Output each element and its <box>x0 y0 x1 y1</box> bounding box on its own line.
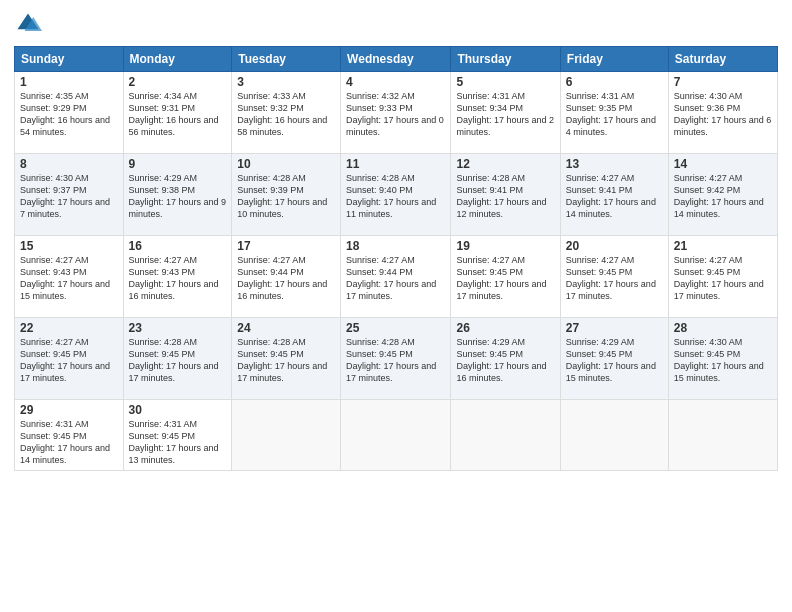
day-number: 6 <box>566 75 663 89</box>
calendar-week-row: 22 Sunrise: 4:27 AMSunset: 9:45 PMDaylig… <box>15 318 778 400</box>
day-number: 18 <box>346 239 445 253</box>
day-detail: Sunrise: 4:28 AMSunset: 9:39 PMDaylight:… <box>237 173 327 219</box>
day-number: 24 <box>237 321 335 335</box>
calendar-cell <box>341 400 451 471</box>
calendar-cell <box>560 400 668 471</box>
calendar-cell: 6 Sunrise: 4:31 AMSunset: 9:35 PMDayligh… <box>560 72 668 154</box>
day-number: 29 <box>20 403 118 417</box>
day-detail: Sunrise: 4:29 AMSunset: 9:45 PMDaylight:… <box>566 337 656 383</box>
calendar-week-row: 1 Sunrise: 4:35 AMSunset: 9:29 PMDayligh… <box>15 72 778 154</box>
day-header-friday: Friday <box>560 47 668 72</box>
calendar-cell: 21 Sunrise: 4:27 AMSunset: 9:45 PMDaylig… <box>668 236 777 318</box>
day-detail: Sunrise: 4:29 AMSunset: 9:38 PMDaylight:… <box>129 173 227 219</box>
calendar-cell: 12 Sunrise: 4:28 AMSunset: 9:41 PMDaylig… <box>451 154 560 236</box>
day-detail: Sunrise: 4:28 AMSunset: 9:45 PMDaylight:… <box>129 337 219 383</box>
day-detail: Sunrise: 4:30 AMSunset: 9:36 PMDaylight:… <box>674 91 772 137</box>
day-detail: Sunrise: 4:30 AMSunset: 9:45 PMDaylight:… <box>674 337 764 383</box>
day-number: 27 <box>566 321 663 335</box>
day-header-saturday: Saturday <box>668 47 777 72</box>
day-detail: Sunrise: 4:27 AMSunset: 9:41 PMDaylight:… <box>566 173 656 219</box>
calendar-cell: 18 Sunrise: 4:27 AMSunset: 9:44 PMDaylig… <box>341 236 451 318</box>
logo-icon <box>14 10 42 38</box>
day-number: 26 <box>456 321 554 335</box>
day-detail: Sunrise: 4:28 AMSunset: 9:45 PMDaylight:… <box>237 337 327 383</box>
logo <box>14 10 46 38</box>
day-number: 14 <box>674 157 772 171</box>
calendar-cell: 24 Sunrise: 4:28 AMSunset: 9:45 PMDaylig… <box>232 318 341 400</box>
day-detail: Sunrise: 4:27 AMSunset: 9:44 PMDaylight:… <box>346 255 436 301</box>
calendar-cell: 9 Sunrise: 4:29 AMSunset: 9:38 PMDayligh… <box>123 154 232 236</box>
calendar-cell: 20 Sunrise: 4:27 AMSunset: 9:45 PMDaylig… <box>560 236 668 318</box>
day-header-wednesday: Wednesday <box>341 47 451 72</box>
calendar-cell <box>668 400 777 471</box>
day-detail: Sunrise: 4:29 AMSunset: 9:45 PMDaylight:… <box>456 337 546 383</box>
calendar-cell: 30 Sunrise: 4:31 AMSunset: 9:45 PMDaylig… <box>123 400 232 471</box>
calendar-cell: 29 Sunrise: 4:31 AMSunset: 9:45 PMDaylig… <box>15 400 124 471</box>
day-number: 12 <box>456 157 554 171</box>
calendar-cell: 8 Sunrise: 4:30 AMSunset: 9:37 PMDayligh… <box>15 154 124 236</box>
day-number: 16 <box>129 239 227 253</box>
day-detail: Sunrise: 4:27 AMSunset: 9:44 PMDaylight:… <box>237 255 327 301</box>
day-number: 28 <box>674 321 772 335</box>
day-detail: Sunrise: 4:33 AMSunset: 9:32 PMDaylight:… <box>237 91 327 137</box>
day-number: 19 <box>456 239 554 253</box>
calendar-cell: 7 Sunrise: 4:30 AMSunset: 9:36 PMDayligh… <box>668 72 777 154</box>
calendar-cell: 26 Sunrise: 4:29 AMSunset: 9:45 PMDaylig… <box>451 318 560 400</box>
day-number: 1 <box>20 75 118 89</box>
calendar-cell: 11 Sunrise: 4:28 AMSunset: 9:40 PMDaylig… <box>341 154 451 236</box>
day-detail: Sunrise: 4:31 AMSunset: 9:34 PMDaylight:… <box>456 91 554 137</box>
day-detail: Sunrise: 4:31 AMSunset: 9:45 PMDaylight:… <box>129 419 219 465</box>
calendar-cell: 25 Sunrise: 4:28 AMSunset: 9:45 PMDaylig… <box>341 318 451 400</box>
day-header-monday: Monday <box>123 47 232 72</box>
calendar-cell: 3 Sunrise: 4:33 AMSunset: 9:32 PMDayligh… <box>232 72 341 154</box>
calendar-cell: 28 Sunrise: 4:30 AMSunset: 9:45 PMDaylig… <box>668 318 777 400</box>
calendar-header-row: SundayMondayTuesdayWednesdayThursdayFrid… <box>15 47 778 72</box>
day-number: 30 <box>129 403 227 417</box>
calendar-cell: 27 Sunrise: 4:29 AMSunset: 9:45 PMDaylig… <box>560 318 668 400</box>
day-number: 4 <box>346 75 445 89</box>
calendar-cell: 4 Sunrise: 4:32 AMSunset: 9:33 PMDayligh… <box>341 72 451 154</box>
day-number: 5 <box>456 75 554 89</box>
day-header-tuesday: Tuesday <box>232 47 341 72</box>
calendar-cell: 10 Sunrise: 4:28 AMSunset: 9:39 PMDaylig… <box>232 154 341 236</box>
day-detail: Sunrise: 4:35 AMSunset: 9:29 PMDaylight:… <box>20 91 110 137</box>
day-header-sunday: Sunday <box>15 47 124 72</box>
day-number: 8 <box>20 157 118 171</box>
calendar-cell: 13 Sunrise: 4:27 AMSunset: 9:41 PMDaylig… <box>560 154 668 236</box>
day-number: 17 <box>237 239 335 253</box>
day-detail: Sunrise: 4:27 AMSunset: 9:45 PMDaylight:… <box>20 337 110 383</box>
day-detail: Sunrise: 4:27 AMSunset: 9:45 PMDaylight:… <box>566 255 656 301</box>
day-detail: Sunrise: 4:30 AMSunset: 9:37 PMDaylight:… <box>20 173 110 219</box>
day-detail: Sunrise: 4:27 AMSunset: 9:45 PMDaylight:… <box>674 255 764 301</box>
calendar-cell: 23 Sunrise: 4:28 AMSunset: 9:45 PMDaylig… <box>123 318 232 400</box>
calendar-cell <box>232 400 341 471</box>
calendar-week-row: 29 Sunrise: 4:31 AMSunset: 9:45 PMDaylig… <box>15 400 778 471</box>
calendar-cell: 5 Sunrise: 4:31 AMSunset: 9:34 PMDayligh… <box>451 72 560 154</box>
day-number: 9 <box>129 157 227 171</box>
day-detail: Sunrise: 4:32 AMSunset: 9:33 PMDaylight:… <box>346 91 444 137</box>
day-detail: Sunrise: 4:28 AMSunset: 9:40 PMDaylight:… <box>346 173 436 219</box>
calendar-cell: 16 Sunrise: 4:27 AMSunset: 9:43 PMDaylig… <box>123 236 232 318</box>
day-detail: Sunrise: 4:31 AMSunset: 9:45 PMDaylight:… <box>20 419 110 465</box>
day-detail: Sunrise: 4:34 AMSunset: 9:31 PMDaylight:… <box>129 91 219 137</box>
calendar: SundayMondayTuesdayWednesdayThursdayFrid… <box>14 46 778 471</box>
day-number: 2 <box>129 75 227 89</box>
day-number: 15 <box>20 239 118 253</box>
day-number: 20 <box>566 239 663 253</box>
day-detail: Sunrise: 4:27 AMSunset: 9:42 PMDaylight:… <box>674 173 764 219</box>
calendar-cell: 19 Sunrise: 4:27 AMSunset: 9:45 PMDaylig… <box>451 236 560 318</box>
day-number: 7 <box>674 75 772 89</box>
day-number: 10 <box>237 157 335 171</box>
calendar-cell: 14 Sunrise: 4:27 AMSunset: 9:42 PMDaylig… <box>668 154 777 236</box>
day-number: 11 <box>346 157 445 171</box>
day-number: 3 <box>237 75 335 89</box>
calendar-week-row: 8 Sunrise: 4:30 AMSunset: 9:37 PMDayligh… <box>15 154 778 236</box>
calendar-cell: 17 Sunrise: 4:27 AMSunset: 9:44 PMDaylig… <box>232 236 341 318</box>
day-detail: Sunrise: 4:27 AMSunset: 9:43 PMDaylight:… <box>20 255 110 301</box>
day-number: 13 <box>566 157 663 171</box>
day-number: 22 <box>20 321 118 335</box>
calendar-cell: 1 Sunrise: 4:35 AMSunset: 9:29 PMDayligh… <box>15 72 124 154</box>
day-detail: Sunrise: 4:27 AMSunset: 9:45 PMDaylight:… <box>456 255 546 301</box>
calendar-cell: 15 Sunrise: 4:27 AMSunset: 9:43 PMDaylig… <box>15 236 124 318</box>
day-number: 25 <box>346 321 445 335</box>
